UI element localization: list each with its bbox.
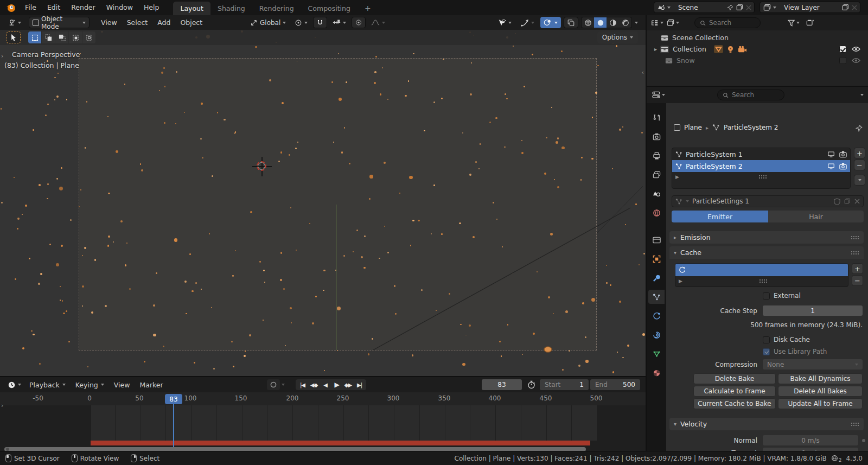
- outliner-row-collection[interactable]: ▸ Collection: [647, 43, 868, 55]
- tab-output[interactable]: [648, 149, 665, 163]
- tab-constraints[interactable]: [648, 328, 665, 342]
- calculate-to-frame-button[interactable]: Calculate to Frame: [693, 386, 776, 397]
- disk-cache-checkbox[interactable]: [763, 336, 770, 343]
- menu-timeline-view[interactable]: View: [109, 378, 135, 392]
- panel-cache[interactable]: ▾Cache: [669, 246, 864, 259]
- properties-editor-type-dropdown[interactable]: [652, 91, 665, 99]
- workspace-tab-layout[interactable]: Layout: [173, 2, 210, 15]
- select-mode-extend[interactable]: [42, 31, 55, 43]
- new-view-layer-icon[interactable]: [842, 4, 849, 11]
- list-item-particlesystem-1[interactable]: ParticleSystem 1: [672, 148, 850, 160]
- previous-keyframe-button[interactable]: ◀◆: [308, 379, 320, 390]
- remove-view-layer-icon[interactable]: [852, 5, 857, 10]
- tab-object[interactable]: [648, 252, 665, 266]
- pin-id-icon[interactable]: [856, 125, 863, 132]
- sidebar-toggle-arrow[interactable]: ‹: [642, 69, 644, 76]
- tab-physics[interactable]: [648, 309, 665, 323]
- scene-type-dropdown[interactable]: [654, 2, 674, 12]
- view-layer-type-dropdown[interactable]: [760, 2, 780, 12]
- menu-window[interactable]: Window: [101, 0, 138, 15]
- breadcrumb-object[interactable]: Plane: [684, 124, 702, 131]
- pivot-point-dropdown[interactable]: [291, 17, 311, 28]
- list-resize-grip[interactable]: [759, 279, 768, 283]
- snow-checkbox[interactable]: [839, 57, 846, 64]
- unlink-scene-icon[interactable]: [746, 5, 751, 10]
- menu-viewport-object[interactable]: Object: [175, 15, 207, 30]
- outliner-row-scene-collection[interactable]: Scene Collection: [647, 32, 868, 43]
- list-expand-icon[interactable]: ▶: [679, 278, 682, 284]
- select-mode-subtract[interactable]: [55, 31, 68, 43]
- new-collection-button[interactable]: [806, 19, 814, 27]
- unlink-id-icon[interactable]: [854, 199, 860, 204]
- timeline-region-toggle-arrow[interactable]: ›: [1, 402, 3, 409]
- outliner-search-input[interactable]: Search: [694, 17, 761, 28]
- compression-dropdown[interactable]: None: [763, 359, 863, 370]
- shading-solid-button[interactable]: [594, 17, 607, 28]
- hide-viewport-eye-icon[interactable]: [852, 58, 860, 63]
- tab-view-layer[interactable]: [648, 168, 665, 182]
- tab-particles[interactable]: [648, 290, 665, 304]
- delete-bake-button[interactable]: Delete Bake: [693, 373, 776, 384]
- copy-id-icon[interactable]: [844, 198, 851, 205]
- timeline-body[interactable]: [0, 405, 646, 441]
- shading-material-button[interactable]: [607, 17, 619, 28]
- start-frame-field[interactable]: Start1: [540, 379, 589, 390]
- current-cache-to-bake-button[interactable]: Current Cache to Bake: [693, 398, 776, 409]
- proportional-falloff-dropdown[interactable]: [368, 17, 388, 28]
- play-reverse-button[interactable]: ◀: [320, 379, 331, 390]
- properties-search-input[interactable]: Search: [717, 90, 784, 100]
- shading-rendered-button[interactable]: [619, 17, 631, 28]
- menu-marker[interactable]: Marker: [135, 378, 168, 392]
- update-all-to-frame-button[interactable]: Update All to Frame: [778, 398, 863, 409]
- panel-drag-grip[interactable]: [851, 251, 859, 255]
- menu-viewport-add[interactable]: Add: [152, 15, 175, 30]
- panel-drag-grip[interactable]: [851, 422, 859, 426]
- menu-help[interactable]: Help: [138, 0, 165, 15]
- workspace-tab-shading[interactable]: Shading: [210, 2, 252, 15]
- scene-name[interactable]: Scene: [674, 4, 727, 11]
- select-mode-set[interactable]: [28, 31, 41, 43]
- particle-settings-name[interactable]: ParticleSettings 1: [692, 198, 749, 205]
- viewport-canvas[interactable]: Camera Perspective (83) Collection | Pla…: [0, 30, 646, 376]
- expand-arrow-icon[interactable]: ▸: [654, 46, 657, 52]
- timeline-ruler[interactable]: -50 0 50 100 150 200 250 300 350 400 450…: [0, 392, 646, 405]
- animate-property-dot[interactable]: [862, 439, 865, 442]
- outliner-editor-type-dropdown[interactable]: [651, 20, 663, 27]
- bake-all-dynamics-button[interactable]: Bake All Dynamics: [778, 373, 863, 384]
- tab-object-data[interactable]: [648, 347, 665, 361]
- remove-cache-button[interactable]: −: [852, 275, 863, 286]
- current-frame-field[interactable]: 83: [482, 379, 522, 390]
- menu-file[interactable]: File: [20, 0, 42, 15]
- panel-emission[interactable]: ▸Emission: [669, 231, 864, 244]
- panel-velocity[interactable]: ▾Velocity: [669, 418, 864, 430]
- toolbar-toggle-arrow[interactable]: ›: [1, 53, 3, 60]
- editor-type-dropdown[interactable]: [4, 17, 24, 28]
- panel-drag-grip[interactable]: [851, 235, 859, 240]
- end-frame-field[interactable]: End500: [590, 379, 640, 390]
- particle-specials-dropdown[interactable]: [854, 175, 865, 186]
- type-tab-emitter[interactable]: Emitter: [672, 211, 768, 222]
- tab-material[interactable]: [648, 366, 665, 380]
- render-display-icon[interactable]: [839, 151, 847, 158]
- select-mode-invert[interactable]: [69, 31, 82, 43]
- external-checkbox[interactable]: [763, 292, 770, 300]
- menu-render[interactable]: Render: [66, 0, 101, 15]
- view-layer-name[interactable]: View Layer: [780, 4, 839, 11]
- playhead-badge[interactable]: 83: [165, 394, 182, 404]
- cache-step-field[interactable]: 1: [763, 305, 863, 316]
- menu-playback[interactable]: Playback: [24, 378, 71, 392]
- playhead-line[interactable]: [173, 402, 174, 447]
- shading-dropdown[interactable]: [635, 22, 638, 24]
- mode-selector[interactable]: Object Mode: [29, 17, 90, 28]
- tab-world[interactable]: [648, 206, 665, 220]
- remove-particle-system-button[interactable]: −: [854, 160, 865, 170]
- snap-toggle[interactable]: [313, 17, 327, 28]
- cache-list-item[interactable]: [675, 264, 848, 276]
- hide-viewport-eye-icon[interactable]: [852, 46, 860, 52]
- outliner-display-mode-dropdown[interactable]: [667, 19, 679, 27]
- xray-toggle[interactable]: [564, 17, 578, 28]
- options-dropdown[interactable]: Options: [597, 31, 638, 43]
- add-particle-system-button[interactable]: +: [854, 148, 865, 158]
- overlays-toggle[interactable]: [540, 17, 561, 28]
- outliner-row-snow[interactable]: Snow: [647, 55, 868, 66]
